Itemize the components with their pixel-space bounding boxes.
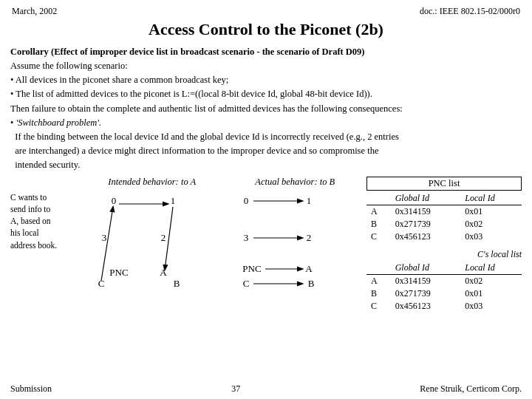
intended-title: Intended behavior: to A — [81, 177, 224, 188]
intended-diagram-wrap: Intended behavior: to A 0 1 3 2 PNC A C … — [81, 177, 224, 297]
c-local-col-local: Local Id — [460, 262, 522, 275]
intended-svg: 0 1 3 2 PNC A C B — [81, 191, 206, 294]
corollary-title: Corollary (Effect of improper device lis… — [10, 47, 365, 57]
c-local-col-global: Global Id — [391, 262, 461, 275]
svg-text:3: 3 — [102, 232, 107, 243]
header-left: March, 2002 — [12, 6, 57, 17]
pnc-row-a: A 0x314159 0x01 — [366, 205, 522, 219]
body-text: Corollary (Effect of improper device lis… — [0, 45, 532, 171]
c-local-header: Global Id Local Id — [366, 262, 522, 275]
svg-text:B: B — [174, 278, 180, 289]
body-line-7: are interchanged) a device might direct … — [10, 144, 522, 157]
pnc-row-c: C 0x456123 0x03 — [366, 231, 522, 243]
svg-text:1: 1 — [306, 195, 311, 206]
body-line-2: • All devices in the piconet share a com… — [10, 73, 522, 86]
body-line-5: • 'Switchboard problem'. — [10, 116, 522, 129]
pnc-col-local: Local Id — [460, 192, 522, 205]
pnc-table-header: Global Id Local Id — [366, 192, 522, 205]
pnc-table: Global Id Local Id A 0x314159 0x01 B 0x2… — [366, 192, 522, 243]
header: March, 2002 doc.: IEEE 802.15-02/000r0 — [0, 0, 532, 18]
left-label: C wants tosend info toA, based onhis loc… — [10, 177, 81, 250]
body-line-4: Then failure to obtain the complete and … — [10, 102, 522, 115]
svg-text:B: B — [307, 278, 314, 289]
svg-text:A: A — [305, 263, 313, 274]
body-line-1: Assume the following scenario: — [10, 59, 522, 72]
header-right: doc.: IEEE 802.15-02/000r0 — [420, 6, 520, 17]
svg-text:1: 1 — [171, 195, 176, 206]
body-line-3: • The list of admitted devices to the pi… — [10, 87, 522, 100]
svg-text:0: 0 — [112, 195, 117, 206]
footer-center: 37 — [231, 383, 240, 395]
pnc-tables: PNC list Global Id Local Id A 0x314159 0… — [366, 177, 522, 313]
pnc-row-b: B 0x271739 0x02 — [366, 218, 522, 231]
footer-left: Submission — [10, 383, 52, 395]
diagrams-row: C wants tosend info toA, based onhis loc… — [0, 172, 532, 313]
pnc-list-title: PNC list — [366, 177, 522, 191]
page-title: Access Control to the Piconet (2b) — [0, 18, 532, 45]
c-local-row-a: A 0x314159 0x02 — [366, 275, 522, 288]
pnc-col-global: Global Id — [391, 192, 461, 205]
footer-right: Rene Struik, Certicom Corp. — [420, 383, 522, 395]
left-label-text: C wants tosend info toA, based onhis loc… — [10, 193, 57, 249]
body-line-6: If the binding between the local device … — [10, 130, 522, 143]
c-local-title: C's local list — [366, 249, 522, 260]
actual-diagram-wrap: Actual behavior: to B 0 1 3 2 PNC A C B — [224, 177, 367, 297]
body-line-8: intended security. — [10, 158, 522, 171]
svg-text:3: 3 — [243, 232, 248, 243]
svg-text:0: 0 — [243, 195, 248, 206]
svg-text:PNC: PNC — [242, 263, 261, 274]
footer: Submission 37 Rene Struik, Certicom Corp… — [0, 383, 532, 395]
actual-svg: 0 1 3 2 PNC A C B — [224, 191, 342, 294]
c-local-table: Global Id Local Id A 0x314159 0x02 B 0x2… — [366, 262, 522, 313]
svg-line-10 — [165, 207, 173, 270]
svg-text:PNC: PNC — [109, 267, 128, 278]
actual-title: Actual behavior: to B — [224, 177, 367, 188]
svg-text:2: 2 — [161, 232, 166, 243]
svg-text:2: 2 — [306, 232, 311, 243]
svg-text:A: A — [160, 267, 167, 278]
c-local-row-c: C 0x456123 0x03 — [366, 300, 522, 313]
svg-text:C: C — [242, 278, 249, 289]
c-local-row-b: B 0x271739 0x01 — [366, 287, 522, 300]
